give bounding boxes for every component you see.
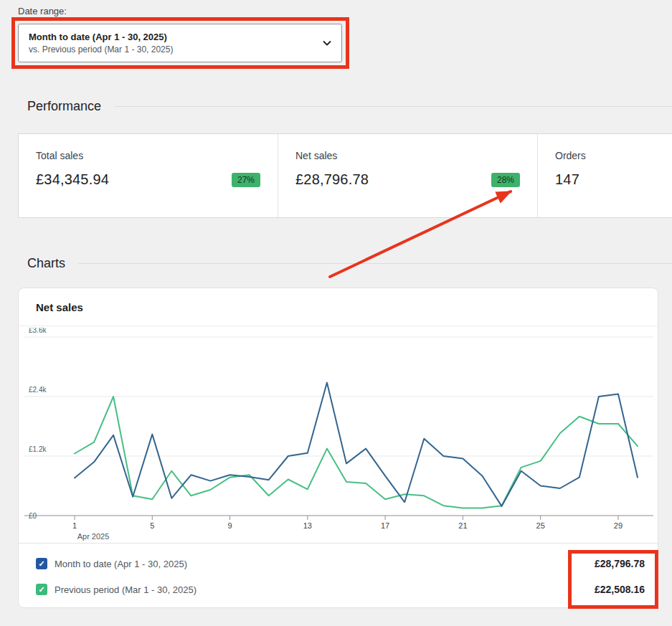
performance-cards-row: Total sales £34,345.94 27% Net sales £28…: [18, 133, 672, 218]
date-range-dropdown[interactable]: Month to date (Apr 1 - 30, 2025) vs. Pre…: [18, 24, 342, 62]
performance-section-header: Performance: [27, 98, 672, 115]
date-range-comparison: vs. Previous period (Mar 1 - 30, 2025): [29, 44, 321, 54]
legend-label: Month to date (Apr 1 - 30, 2025): [55, 559, 187, 569]
delta-badge: 27%: [232, 173, 260, 187]
legend-item-previous-period[interactable]: ✓ Previous period (Mar 1 - 30, 2025) £22…: [36, 577, 645, 602]
stat-card-net-sales[interactable]: Net sales £28,796.78 28%: [278, 134, 538, 217]
svg-text:25: 25: [536, 521, 545, 530]
date-range-label: Date range:: [18, 6, 67, 16]
svg-text:17: 17: [381, 521, 389, 530]
svg-text:13: 13: [303, 521, 312, 530]
date-range-dropdown-text: Month to date (Apr 1 - 30, 2025) vs. Pre…: [29, 32, 321, 54]
stat-label: Total sales: [36, 150, 260, 161]
svg-text:£1.2k: £1.2k: [29, 445, 47, 453]
chart-title: Net sales: [36, 301, 83, 313]
net-sales-line-chart: £0£1.2k£2.4k£3.6k1591317212529Apr 2025: [19, 328, 658, 543]
stat-value: £28,796.78: [295, 171, 369, 188]
performance-section-title: Performance: [27, 99, 101, 114]
check-icon: ✓: [38, 560, 44, 568]
svg-text:21: 21: [458, 521, 467, 530]
svg-text:1: 1: [72, 521, 77, 530]
checkbox-checked-icon[interactable]: ✓: [36, 584, 47, 595]
svg-text:9: 9: [227, 521, 232, 530]
stat-card-total-sales[interactable]: Total sales £34,345.94 27%: [19, 134, 278, 217]
delta-badge: 28%: [491, 173, 520, 187]
svg-text:£2.4k: £2.4k: [29, 386, 47, 394]
charts-section-header: Charts: [27, 255, 672, 272]
chart-legend: ✓ Month to date (Apr 1 - 30, 2025) £28,7…: [19, 544, 658, 602]
check-icon: ✓: [38, 586, 44, 594]
chart-card-header: Net sales: [19, 288, 658, 326]
legend-label: Previous period (Mar 1 - 30, 2025): [55, 584, 197, 595]
svg-text:£0: £0: [29, 512, 37, 520]
svg-text:£3.6k: £3.6k: [29, 328, 47, 334]
legend-total: £22,508.16: [595, 584, 645, 595]
date-range-selected: Month to date (Apr 1 - 30, 2025): [29, 32, 321, 42]
net-sales-chart-card: Net sales £0£1.2k£2.4k£3.6k1591317212529…: [18, 288, 658, 608]
checkbox-checked-icon[interactable]: ✓: [36, 558, 47, 569]
stat-label: Net sales: [295, 150, 520, 161]
chevron-down-icon: [321, 37, 333, 49]
svg-text:Apr 2025: Apr 2025: [77, 532, 110, 541]
legend-total: £28,796.78: [595, 558, 645, 569]
stat-card-orders[interactable]: Orders 147: [538, 134, 672, 217]
section-divider: [114, 106, 672, 107]
charts-section-title: Charts: [27, 256, 65, 271]
stat-label: Orders: [555, 150, 672, 161]
svg-text:29: 29: [614, 521, 623, 530]
section-divider: [78, 263, 672, 264]
legend-item-current-period[interactable]: ✓ Month to date (Apr 1 - 30, 2025) £28,7…: [36, 551, 645, 577]
stat-value: £34,345.94: [36, 171, 109, 188]
svg-text:5: 5: [150, 521, 154, 530]
stat-value: 147: [555, 171, 579, 188]
